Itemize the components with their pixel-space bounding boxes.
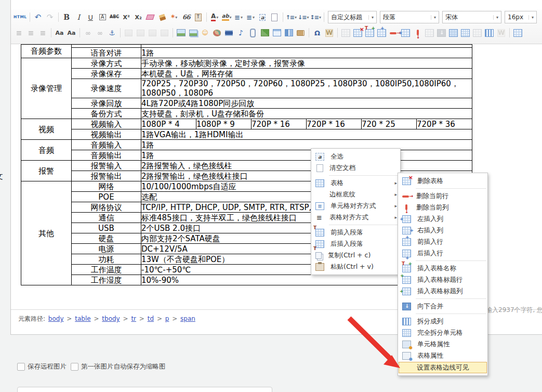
word-image-button[interactable]: W	[324, 27, 335, 38]
bold-button[interactable]: B	[61, 11, 72, 23]
spec-value-cell[interactable]: 手动录像，移动帧测录像，定时录像，报警录像	[141, 58, 472, 69]
checkbox[interactable]	[17, 363, 25, 371]
spec-value-cell[interactable]: 1路	[141, 48, 472, 58]
spec-value-cell[interactable]: 本机硬盘，U盘，网络存储	[141, 69, 472, 79]
spec-label-cell[interactable]: 工作湿度	[72, 275, 141, 285]
spec-label-cell[interactable]: 电源	[72, 244, 141, 254]
spec-value-cell[interactable]: 720 * 25	[362, 119, 417, 129]
path-link-p[interactable]: p	[165, 315, 169, 322]
spec-label-cell[interactable]: 音频输入	[72, 140, 141, 150]
path-link-tbody[interactable]: tbody	[102, 315, 120, 322]
spec-group-cell[interactable]: 其他	[21, 181, 72, 285]
line-height-button[interactable]: ↕≡▾	[310, 11, 321, 23]
insert-video-button[interactable]	[223, 27, 234, 38]
menu-item[interactable]: 删除当前行	[398, 190, 487, 202]
unordered-list-button[interactable]: ≡▾	[245, 11, 256, 23]
menu-item[interactable]: 后插入行	[398, 247, 487, 259]
path-link-table[interactable]: table	[75, 315, 90, 322]
menu-item[interactable]: 全选	[311, 151, 400, 162]
image-manager-button[interactable]	[188, 27, 199, 38]
underline-button[interactable]: U	[85, 11, 96, 23]
paragraph-space-after-button[interactable]: ↓≡▾	[298, 11, 309, 23]
menu-item[interactable]: 复制(Ctrl + c)	[311, 250, 400, 261]
spec-label-cell[interactable]: 硬盘	[72, 233, 141, 244]
menu-item[interactable]: 单元格对齐方式▸	[311, 200, 400, 212]
spec-label-cell[interactable]: 备份方式	[72, 109, 141, 119]
split-cols-button[interactable]	[484, 27, 495, 38]
emotion-button[interactable]: ☺	[200, 27, 210, 38]
paragraph-select[interactable]: 段落▾	[380, 11, 439, 23]
menu-item[interactable]: 粘贴(Ctrl + v)	[311, 261, 400, 272]
path-link-td[interactable]: td	[148, 315, 154, 322]
spec-label-cell[interactable]: 网络	[72, 181, 141, 192]
delete-table-button[interactable]	[352, 27, 363, 38]
superscript-button[interactable]: X²	[121, 11, 132, 23]
layout-columns-button[interactable]	[283, 27, 294, 38]
menu-item[interactable]: 前插入段落	[311, 227, 400, 238]
source-html-button[interactable]: HTML	[14, 11, 27, 23]
spec-group-cell[interactable]: 视频	[21, 119, 72, 140]
blockquote-button[interactable]: 66	[181, 11, 192, 23]
music-button[interactable]: ♪	[235, 27, 246, 38]
spec-label-cell[interactable]: 录像方式	[72, 58, 141, 69]
spec-value-cell[interactable]: 1路	[141, 140, 472, 150]
spec-value-cell[interactable]: 1路	[141, 150, 472, 161]
menu-item[interactable]: 向下合并	[398, 300, 487, 312]
spec-value-cell[interactable]: 支持硬盘，刻录机，U盘存储和备份	[141, 109, 472, 119]
menu-item[interactable]: 表格对齐方式▸	[311, 212, 400, 223]
spec-group-cell[interactable]: 报警	[21, 161, 72, 181]
path-link-tr[interactable]: tr	[131, 315, 136, 322]
merge-cells-button[interactable]	[448, 27, 459, 38]
heading-select[interactable]: 自定义标题▾	[328, 11, 377, 23]
spec-label-cell[interactable]: 报警输出	[72, 171, 141, 181]
table-title-button[interactable]	[364, 27, 375, 38]
spec-label-cell[interactable]: 工作温度	[72, 265, 141, 275]
attachment-button[interactable]	[247, 27, 258, 38]
checkbox[interactable]	[71, 363, 78, 371]
paragraph-space-before-button[interactable]: ↑≡▾	[286, 11, 297, 23]
paste-filter-button[interactable]: T	[193, 11, 204, 23]
map-button[interactable]	[259, 27, 270, 38]
subscript-button[interactable]: X₂	[133, 11, 144, 23]
menu-item[interactable]: 插入表格标题行	[398, 274, 487, 285]
auto-typeset-button[interactable]: *▾	[169, 11, 180, 23]
menu-item[interactable]: 边框底纹▸	[311, 189, 400, 200]
font-family-select[interactable]: 宋体▾	[442, 11, 501, 23]
italic-button[interactable]: I	[73, 11, 84, 23]
new-page-button[interactable]	[269, 11, 280, 23]
menu-item[interactable]: 完全拆分单元格	[398, 327, 487, 338]
bottom-input-box[interactable]	[17, 387, 272, 392]
spec-label-cell[interactable]: USB	[72, 223, 141, 233]
menu-item[interactable]: 插入表格标题列	[398, 285, 487, 297]
menu-item[interactable]: 删除表格	[398, 175, 487, 187]
insert-frame-button[interactable]	[271, 27, 282, 38]
font-border-button[interactable]: A	[97, 11, 108, 23]
spec-label-cell[interactable]: 报警输入	[72, 161, 141, 171]
case-upper-button[interactable]: Aa	[54, 27, 65, 38]
menu-item[interactable]: 左插入列	[398, 213, 487, 225]
spec-group-cell[interactable]: 录像管理	[21, 58, 72, 119]
spec-label-cell[interactable]: 功耗	[72, 254, 141, 265]
spec-group-cell[interactable]: 音频	[21, 140, 72, 161]
menu-item[interactable]: 删除当前列	[398, 202, 487, 213]
undo-button[interactable]: ↶	[33, 11, 44, 23]
spec-value-cell[interactable]: 720P * 36	[417, 119, 472, 129]
insert-image-button[interactable]	[176, 27, 187, 38]
spec-value-cell[interactable]: 720P * 16	[307, 119, 362, 129]
spec-label-cell[interactable]: 视频输入	[72, 119, 141, 129]
menu-item[interactable]: 拆分成列	[398, 316, 487, 327]
text-highlight-button[interactable]: ab▾	[221, 11, 232, 23]
spec-value-cell[interactable]: 720P25，720P30，720P50，720P60，1080P25，1080…	[141, 79, 472, 98]
spec-value-cell[interactable]: 1路VGA输出，1路HDMI输出	[141, 129, 472, 140]
spec-label-cell[interactable]: 语音对讲	[72, 48, 141, 58]
menu-item[interactable]: 设置表格边线可见	[399, 362, 487, 373]
delete-row-button[interactable]	[388, 27, 399, 38]
spec-label-cell[interactable]: 录像速度	[72, 79, 141, 98]
format-brush-button[interactable]	[157, 11, 168, 23]
strikethrough-button[interactable]: ABC	[109, 11, 120, 23]
insert-col-button[interactable]	[400, 27, 411, 38]
font-size-select[interactable]: 16px▾	[505, 11, 537, 23]
path-link-span[interactable]: span	[180, 315, 195, 322]
spec-label-cell[interactable]: 视频输出	[72, 129, 141, 140]
menu-item[interactable]: 表格▸	[311, 177, 400, 189]
